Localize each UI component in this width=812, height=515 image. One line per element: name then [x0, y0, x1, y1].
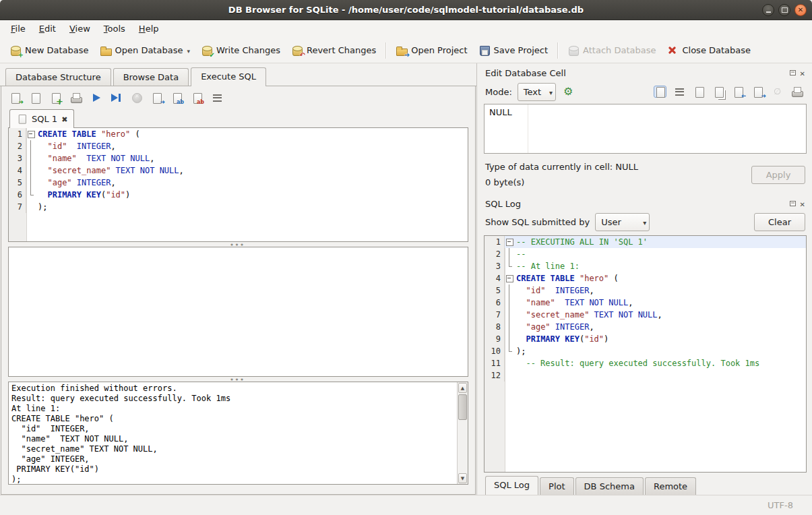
splitter-handle[interactable] [1, 242, 475, 247]
line-number: 9 [485, 333, 505, 345]
token: CREATE TABLE [38, 129, 96, 139]
dock-tab-db-schema[interactable]: DB Schema [575, 477, 644, 495]
token: -- EXECUTING ALL IN 'SQL 1' [516, 237, 648, 247]
token [516, 310, 526, 320]
fold-marker[interactable] [26, 128, 36, 140]
maximize-icon[interactable] [778, 4, 790, 16]
token: , [179, 166, 184, 175]
scroll-down-icon[interactable] [458, 473, 467, 483]
code-text: -- [514, 248, 806, 260]
code-text: CREATE TABLE "hero" ( [36, 128, 468, 140]
save-project-button[interactable]: Save Project [473, 41, 554, 59]
line-number: 4 [485, 272, 505, 284]
token: TEXT NOT NULL [565, 298, 628, 307]
close-window-icon[interactable] [794, 4, 807, 16]
code-text: -- Result: query executed successfully. … [514, 357, 806, 369]
import-data-icon[interactable] [732, 86, 744, 97]
execution-log-text[interactable]: Execution finished without errors. Resul… [9, 382, 457, 484]
save-sql-file-as-icon[interactable] [50, 92, 61, 103]
token [575, 274, 580, 283]
fold-marker[interactable] [505, 272, 514, 284]
fold-marker[interactable] [505, 236, 514, 248]
token: "secret_name" [526, 310, 589, 320]
fold-marker [26, 189, 36, 201]
token [555, 298, 565, 307]
execute-all-icon[interactable] [90, 92, 102, 103]
titlebar[interactable]: DB Browser for SQLite - /home/user/code/… [0, 0, 812, 20]
token: PRIMARY KEY [47, 190, 100, 200]
word-wrap-icon[interactable] [212, 92, 223, 103]
new-database-button[interactable]: +New Database [4, 41, 94, 59]
execution-log: Execution finished without errors. Resul… [8, 382, 468, 485]
token: ); [516, 346, 526, 356]
close-dock-icon[interactable] [800, 199, 805, 209]
find-icon[interactable] [171, 92, 183, 103]
sql-editor[interactable]: 1CREATE TABLE "hero" (2 "id" INTEGER,3 "… [8, 127, 468, 242]
code-line: 2 "id" INTEGER, [9, 140, 468, 152]
menu-help[interactable]: Help [132, 20, 166, 38]
dock-tab-remote[interactable]: Remote [645, 477, 696, 495]
find-replace-icon[interactable] [191, 92, 203, 103]
open-sql-file-icon[interactable] [9, 92, 21, 103]
tab-execute-sql[interactable]: Execute SQL [191, 67, 266, 86]
open-database-button[interactable]: Open Database [94, 41, 195, 59]
scrollbar-thumb[interactable] [458, 394, 467, 420]
code-line: 3-- At line 1: [485, 260, 806, 272]
sql-log-view[interactable]: 1-- EXECUTING ALL IN 'SQL 1'2--3-- At li… [484, 235, 807, 473]
open-project-button[interactable]: ➜Open Project [390, 41, 472, 59]
close-database-button[interactable]: Close Database [661, 41, 756, 59]
menu-tools[interactable]: Tools [97, 20, 132, 38]
tab-database-structure[interactable]: Database Structure [5, 68, 111, 86]
export-results-icon[interactable] [151, 92, 162, 103]
token: , [111, 178, 115, 187]
print-icon[interactable] [70, 92, 82, 103]
mode-settings-icon[interactable] [561, 86, 575, 98]
scrollbar-track[interactable] [458, 394, 468, 473]
scroll-up-icon[interactable] [458, 383, 467, 393]
clear-log-button[interactable]: Clear [754, 213, 805, 231]
sql-file-icon [17, 114, 26, 123]
token [111, 166, 115, 175]
copy-document-icon[interactable] [713, 86, 724, 97]
minimize-icon[interactable] [762, 4, 774, 16]
line-number: 3 [485, 260, 505, 272]
write-changes-button[interactable]: ✔Write Changes [195, 41, 286, 59]
token: TEXT NOT NULL [594, 310, 658, 320]
token: "id" [47, 142, 67, 151]
wrap-lines-icon[interactable] [674, 86, 685, 97]
sql-tab[interactable]: SQL 1 [9, 109, 74, 128]
splitter-handle[interactable] [1, 377, 475, 382]
token [38, 142, 47, 151]
code-line: 8 "age" INTEGER, [485, 321, 806, 333]
new-document-icon[interactable] [693, 86, 705, 97]
save-sql-file-icon[interactable] [30, 92, 41, 103]
revert-changes-button[interactable]: ↶Revert Changes [286, 41, 381, 59]
fold-marker [505, 345, 514, 357]
execute-current-line-icon[interactable] [111, 92, 122, 103]
menu-file[interactable]: File [4, 20, 32, 38]
text-mode-icon[interactable] [654, 86, 666, 97]
stop-icon [131, 92, 142, 103]
float-dock-icon[interactable] [790, 70, 796, 75]
tab-browse-data[interactable]: Browse Data [113, 68, 189, 86]
export-data-icon[interactable] [752, 86, 763, 97]
mode-select[interactable]: Text [518, 83, 556, 101]
code-text: -- EXECUTING ALL IN 'SQL 1' [514, 236, 806, 248]
token [551, 322, 555, 332]
cell-info-row: Type of data currently in cell: NULL 0 b… [484, 162, 807, 187]
print-cell-icon[interactable] [791, 86, 803, 97]
token: INTEGER [555, 322, 590, 332]
window-controls [762, 4, 812, 16]
dock-tab-plot[interactable]: Plot [540, 477, 574, 495]
menu-view[interactable]: View [63, 20, 97, 38]
sql-log-filter-select[interactable]: User [595, 213, 650, 231]
float-dock-icon[interactable] [790, 201, 796, 206]
dock-tab-bar: SQL LogPlotDB SchemaRemote [484, 477, 807, 495]
close-dock-icon[interactable] [800, 68, 805, 78]
scrollbar[interactable] [457, 382, 468, 484]
dock-tab-sql-log[interactable]: SQL Log [485, 476, 538, 495]
cell-editor[interactable]: NULL [484, 104, 807, 154]
token [67, 142, 76, 151]
menu-edit[interactable]: Edit [32, 20, 63, 38]
close-tab-icon[interactable] [61, 114, 67, 124]
